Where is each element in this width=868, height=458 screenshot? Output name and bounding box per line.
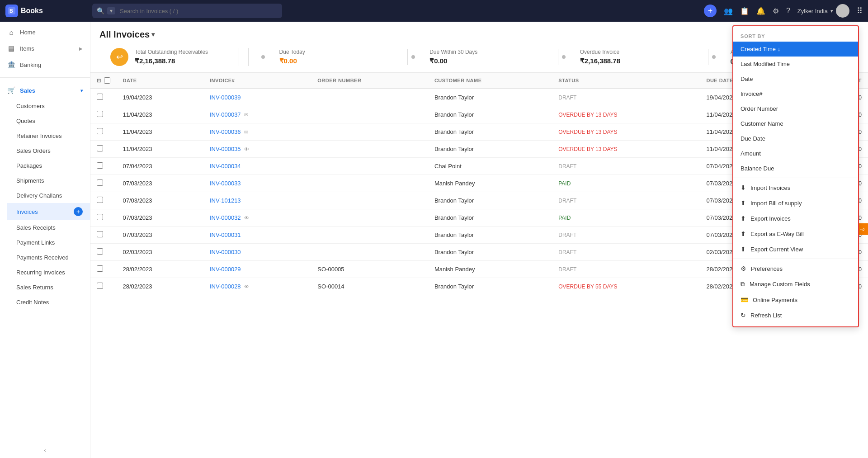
sort-action-import-invoices[interactable]: ⬇ Import Invoices bbox=[733, 180, 858, 195]
row-checkbox-cell[interactable] bbox=[90, 106, 117, 123]
contacts-icon[interactable]: 👥 bbox=[724, 7, 733, 15]
row-checkbox-cell[interactable] bbox=[90, 89, 117, 106]
sort-item-balance-due[interactable]: Balance Due bbox=[733, 161, 858, 176]
row-invoice-8[interactable]: INV-000031 bbox=[203, 227, 311, 244]
row-checkbox-cell[interactable] bbox=[90, 227, 117, 244]
row-customer-5[interactable]: Manish Pandey bbox=[428, 175, 552, 192]
row-invoice-10[interactable]: INV-000029 bbox=[203, 261, 311, 278]
row-checkbox-9[interactable] bbox=[97, 248, 103, 255]
row-customer-1[interactable]: Brandon Taylor bbox=[428, 106, 552, 123]
sort-action-custom-fields[interactable]: ⧉ Manage Custom Fields bbox=[733, 276, 858, 292]
row-checkbox-1[interactable] bbox=[97, 111, 103, 117]
row-checkbox-4[interactable] bbox=[97, 162, 103, 169]
row-customer-8[interactable]: Brandon Taylor bbox=[428, 227, 552, 244]
calendar-icon[interactable]: 📋 bbox=[740, 7, 749, 15]
bell-icon[interactable]: 🔔 bbox=[756, 7, 765, 15]
sidebar-item-invoices[interactable]: Invoices + bbox=[7, 203, 90, 220]
sidebar-item-home[interactable]: ⌂ Home bbox=[0, 24, 90, 40]
row-invoice-0[interactable]: INV-000039 bbox=[203, 89, 311, 106]
sort-action-online-payments[interactable]: 💳 Online Payments bbox=[733, 292, 858, 307]
row-customer-9[interactable]: Brandon Taylor bbox=[428, 244, 552, 261]
row-checkbox-cell[interactable] bbox=[90, 175, 117, 192]
row-invoice-11[interactable]: INV-000028 👁 bbox=[203, 278, 311, 295]
row-customer-3[interactable]: Brandon Taylor bbox=[428, 141, 552, 158]
sort-action-export-eway[interactable]: ⬆ Export as E-Way Bill bbox=[733, 226, 858, 241]
invoice-link-0[interactable]: INV-000039 bbox=[210, 94, 241, 101]
sort-action-preferences[interactable]: ⚙ Preferences bbox=[733, 261, 858, 276]
row-invoice-5[interactable]: INV-000033 bbox=[203, 175, 311, 192]
sort-item-invoice-num[interactable]: Invoice# bbox=[733, 86, 858, 101]
logo[interactable]: B Books bbox=[5, 5, 87, 17]
search-bar[interactable]: 🔍 ▾ bbox=[92, 4, 282, 18]
row-checkbox-7[interactable] bbox=[97, 214, 103, 220]
row-customer-0[interactable]: Brandon Taylor bbox=[428, 89, 552, 106]
row-customer-6[interactable]: Brandon Taylor bbox=[428, 192, 552, 209]
invoice-link-3[interactable]: INV-000035 bbox=[210, 146, 241, 152]
sort-item-order-number[interactable]: Order Number bbox=[733, 101, 858, 116]
sort-action-export-invoices[interactable]: ⬆ Export Invoices bbox=[733, 211, 858, 226]
invoice-link-5[interactable]: INV-000033 bbox=[210, 180, 241, 187]
row-checkbox-cell[interactable] bbox=[90, 209, 117, 227]
row-checkbox-8[interactable] bbox=[97, 231, 103, 237]
row-checkbox-6[interactable] bbox=[97, 197, 103, 203]
sort-action-export-current[interactable]: ⬆ Export Current View bbox=[733, 241, 858, 257]
sort-item-created-time[interactable]: Created Time ↓ bbox=[733, 42, 858, 57]
gear-icon[interactable]: ⚙ bbox=[773, 7, 779, 15]
row-checkbox-cell[interactable] bbox=[90, 158, 117, 175]
row-checkbox-cell[interactable] bbox=[90, 261, 117, 278]
invoice-link-1[interactable]: INV-000037 bbox=[210, 111, 241, 118]
sidebar-item-sales[interactable]: 🛒 Sales ▾ bbox=[0, 82, 90, 99]
invoice-link-11[interactable]: INV-000028 bbox=[210, 283, 241, 290]
user-menu[interactable]: Zylker India ▾ bbox=[797, 4, 849, 18]
row-checkbox-cell[interactable] bbox=[90, 192, 117, 209]
sort-item-customer-name[interactable]: Customer Name bbox=[733, 116, 858, 131]
row-invoice-4[interactable]: INV-000034 bbox=[203, 158, 311, 175]
row-checkbox-11[interactable] bbox=[97, 283, 103, 289]
row-customer-7[interactable]: Brandon Taylor bbox=[428, 209, 552, 227]
sidebar-item-retainer-invoices[interactable]: Retainer Invoices bbox=[7, 128, 90, 143]
sidebar-item-sales-receipts[interactable]: Sales Receipts bbox=[7, 220, 90, 235]
invoice-link-4[interactable]: INV-000034 bbox=[210, 163, 241, 170]
row-invoice-6[interactable]: INV-101213 bbox=[203, 192, 311, 209]
row-invoice-2[interactable]: INV-000036 ✉ bbox=[203, 123, 311, 141]
sidebar-item-payments-received[interactable]: Payments Received bbox=[7, 250, 90, 265]
row-customer-2[interactable]: Brandon Taylor bbox=[428, 123, 552, 141]
row-customer-10[interactable]: Manish Pandey bbox=[428, 261, 552, 278]
row-invoice-3[interactable]: INV-000035 👁 bbox=[203, 141, 311, 158]
sidebar-item-shipments[interactable]: Shipments bbox=[7, 173, 90, 188]
sidebar-item-customers[interactable]: Customers bbox=[7, 99, 90, 113]
sidebar-collapse-btn[interactable]: ‹ bbox=[0, 442, 90, 458]
search-filter[interactable]: ▾ bbox=[107, 7, 115, 14]
sidebar-item-recurring-invoices[interactable]: Recurring Invoices bbox=[7, 265, 90, 280]
search-input[interactable] bbox=[120, 8, 278, 14]
select-all-checkbox[interactable] bbox=[104, 77, 110, 84]
invoice-link-9[interactable]: INV-000030 bbox=[210, 249, 241, 255]
invoice-link-10[interactable]: INV-000029 bbox=[210, 266, 241, 273]
help-icon[interactable]: ? bbox=[786, 7, 790, 15]
sidebar-item-payment-links[interactable]: Payment Links bbox=[7, 235, 90, 250]
select-all-icon[interactable]: ⊡ bbox=[97, 78, 101, 84]
page-title-dropdown[interactable]: ▾ bbox=[151, 31, 155, 38]
sidebar-item-sales-returns[interactable]: Sales Returns bbox=[7, 280, 90, 295]
sidebar-item-delivery-challans[interactable]: Delivery Challans bbox=[7, 188, 90, 203]
sidebar-item-items[interactable]: ▤ Items ▶ bbox=[0, 40, 90, 57]
invoice-link-2[interactable]: INV-000036 bbox=[210, 128, 241, 135]
row-checkbox-2[interactable] bbox=[97, 128, 103, 134]
sort-item-amount[interactable]: Amount bbox=[733, 146, 858, 161]
sort-action-import-bill-supply[interactable]: ⬆ Import Bill of supply bbox=[733, 195, 858, 211]
sort-item-date[interactable]: Date bbox=[733, 71, 858, 86]
row-checkbox-cell[interactable] bbox=[90, 141, 117, 158]
sidebar-item-banking[interactable]: 🏦 Banking bbox=[0, 57, 90, 73]
row-checkbox-10[interactable] bbox=[97, 265, 103, 272]
invoice-link-7[interactable]: INV-000032 bbox=[210, 214, 241, 221]
apps-icon[interactable]: ⠿ bbox=[857, 6, 863, 16]
sidebar-item-packages[interactable]: Packages bbox=[7, 158, 90, 173]
invoices-add-btn[interactable]: + bbox=[74, 207, 83, 216]
row-checkbox-cell[interactable] bbox=[90, 123, 117, 141]
row-checkbox-cell[interactable] bbox=[90, 278, 117, 295]
row-checkbox-cell[interactable] bbox=[90, 244, 117, 261]
row-invoice-9[interactable]: INV-000030 bbox=[203, 244, 311, 261]
row-customer-11[interactable]: Brandon Taylor bbox=[428, 278, 552, 295]
sort-item-due-date[interactable]: Due Date bbox=[733, 131, 858, 146]
row-customer-4[interactable]: Chai Point bbox=[428, 158, 552, 175]
